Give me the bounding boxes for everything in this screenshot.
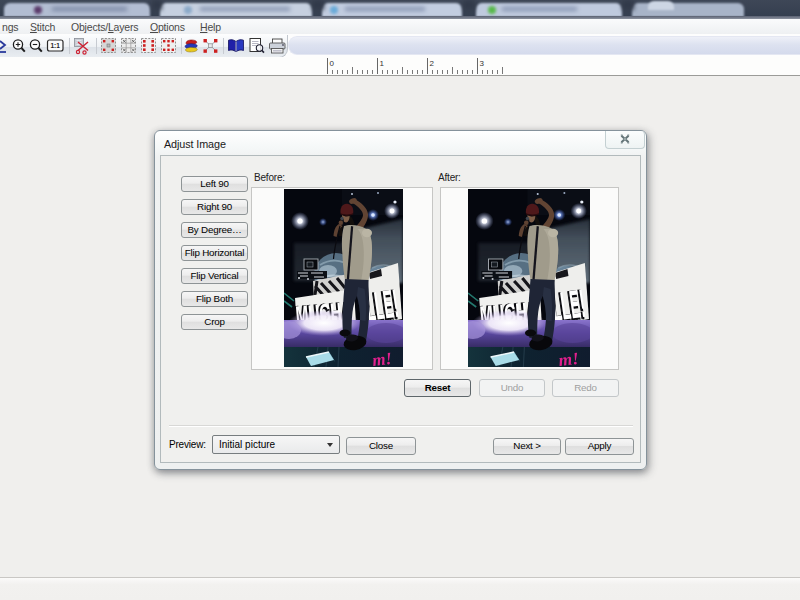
svg-text:2: 2	[430, 59, 435, 68]
svg-text:3: 3	[480, 59, 485, 68]
svg-text:1:1: 1:1	[50, 42, 60, 49]
svg-text:1: 1	[380, 59, 385, 68]
svg-text:0: 0	[330, 59, 335, 68]
